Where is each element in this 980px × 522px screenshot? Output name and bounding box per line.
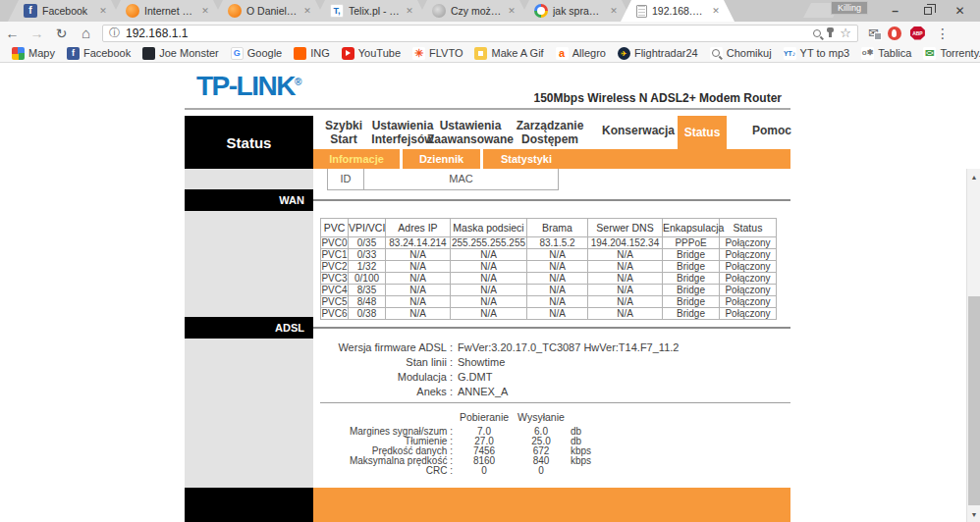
table-cell: Bridge (663, 261, 720, 273)
home-icon[interactable]: ⌂ (74, 25, 98, 41)
tab-danielakms[interactable]: O DanielAKMS - N (212, 0, 326, 22)
restore-button[interactable] (911, 0, 944, 22)
bookmark-ing[interactable]: ING (288, 44, 336, 63)
address-bar[interactable]: ⓘ 192.168.1.1 (102, 25, 858, 42)
table-cell: Bridge (663, 273, 720, 285)
tab-router-active[interactable]: 192.168.1.1 (621, 0, 735, 22)
nav-pomoc[interactable]: Pomoc (742, 124, 801, 137)
table-cell: CRC (327, 466, 453, 476)
bookmark-chomikuj[interactable]: Chomikuj (704, 44, 778, 63)
nav-zarzadzanie-dostepem[interactable]: Zarządzanie Dostępem (506, 119, 594, 147)
bookmark-mapy[interactable]: Mapy (6, 44, 61, 63)
table-row: PVC21/32N/AN/AN/AN/ABridgePołączony (321, 261, 777, 273)
subnav-dziennik[interactable]: Dziennik (403, 149, 480, 169)
section-label-adsl: ADSL (185, 317, 313, 339)
close-icon[interactable] (405, 6, 414, 16)
table-row: AneksANNEX_A (327, 385, 679, 399)
table-cell: N/A (451, 296, 527, 308)
table-row: PVC48/35N/AN/AN/AN/ABridgePołączony (321, 285, 777, 296)
table-cell: 83.24.14.214 (386, 237, 451, 249)
table-cell: Modulacja (327, 370, 453, 385)
url-text[interactable]: 192.168.1.1 (126, 26, 807, 40)
nav-status-active[interactable]: Status (678, 116, 727, 149)
forward-icon[interactable]: → (25, 26, 49, 41)
table-cell: FwVer:3.20.17.0_TC3087 HwVer:T14.F7_11.2 (453, 340, 679, 355)
table-cell: N/A (527, 296, 588, 308)
window-controls (879, 0, 976, 22)
close-icon[interactable] (609, 6, 619, 16)
scrollbar-thumb[interactable] (968, 296, 980, 505)
table-cell: 0/100 (349, 273, 386, 285)
table-cell: 0/35 (349, 237, 386, 249)
scroll-up-icon[interactable] (967, 169, 980, 184)
flvto-icon (412, 47, 425, 60)
nav-ustawienia-zaawansowane[interactable]: Ustawienia Zaawansowane (421, 119, 519, 147)
bookmark-joe-monster[interactable]: Joe Monster (136, 44, 225, 63)
table-row: PVC00/3583.24.14.214255.255.255.25583.1.… (321, 237, 777, 249)
column-header: Serwer DNS (588, 219, 663, 237)
tab-facebook[interactable]: Facebook (8, 0, 122, 22)
back-icon[interactable]: ← (0, 26, 25, 41)
bookmark-allegro[interactable]: Allegro (550, 44, 612, 63)
adsl-divider (313, 327, 790, 329)
adblock-plus-icon[interactable] (910, 26, 925, 40)
close-icon[interactable] (200, 6, 210, 16)
pin-icon[interactable] (829, 28, 832, 37)
table-cell: PVC4 (321, 285, 349, 296)
table-cell: Bridge (663, 308, 720, 320)
mail-extension-icon[interactable] (868, 26, 879, 39)
google-icon (534, 4, 548, 18)
table-cell: N/A (588, 308, 663, 320)
bookmark-tablica[interactable]: Tablica (855, 44, 917, 63)
overlay-badge: Killing (831, 1, 868, 15)
sidebar-bottom-block (185, 488, 313, 522)
scroll-down-icon[interactable] (967, 506, 980, 522)
table-row: CRC00 (327, 466, 616, 476)
tab-title: O DanielAKMS - N (246, 5, 298, 17)
table-row: PVC58/48N/AN/AN/AN/ABridgePołączony (321, 296, 777, 308)
bookmark-youtube[interactable]: YouTube (336, 44, 407, 63)
section-sidebar (185, 169, 313, 522)
close-icon[interactable] (302, 6, 312, 16)
table-cell: N/A (588, 296, 663, 308)
tab-czy-mozna[interactable]: Czy można popra (416, 0, 530, 22)
bookmark-make-a-gif[interactable]: Make A Gif (468, 44, 549, 63)
orange-site-icon (126, 4, 139, 18)
tab-title: Telix.pl - TELEFON (349, 5, 400, 17)
column-header: Maska podsieci (451, 219, 527, 237)
bookmark-torrenty[interactable]: Torrenty.to (917, 44, 980, 63)
tab-telix[interactable]: Telix.pl - TELEFON (314, 0, 428, 22)
tab-internet-stacjonarny[interactable]: Internet stacjonarn (110, 0, 224, 22)
bookmark-google[interactable]: Google (225, 44, 288, 63)
bookmark-facebook[interactable]: Facebook (61, 44, 136, 63)
bookmark-star-icon[interactable] (840, 26, 851, 39)
reload-icon[interactable]: ↻ (49, 26, 74, 41)
close-window-button[interactable] (944, 0, 976, 22)
close-icon[interactable] (98, 6, 108, 16)
table-cell: N/A (386, 261, 451, 273)
table-cell: N/A (386, 296, 451, 308)
tab-title: Internet stacjonarn (144, 5, 195, 17)
tab-google-search[interactable]: jak sprawdzic star (518, 0, 632, 22)
red-extension-icon[interactable] (888, 26, 901, 40)
subnav-statystyki[interactable]: Statystyki (483, 149, 570, 169)
tab-strip: Facebook Internet stacjonarn O DanielAKM… (8, 0, 723, 22)
close-icon[interactable] (507, 6, 517, 16)
column-header: ID (328, 169, 364, 189)
bookmark-flvto[interactable]: FLVTO (407, 44, 468, 63)
bookmark-flightradar24[interactable]: Flightradar24 (612, 44, 704, 63)
subnav-informacje[interactable]: Informacje (313, 149, 400, 169)
table-cell: 0 (453, 466, 516, 476)
table-cell: N/A (386, 285, 451, 296)
bookmark-yt-to-mp3[interactable]: YT to mp3 (778, 44, 856, 63)
table-cell: N/A (451, 261, 527, 273)
nav-konserwacja[interactable]: Konserwacja (599, 124, 678, 137)
content-scrollbar[interactable] (966, 169, 980, 522)
close-icon[interactable] (711, 6, 721, 16)
table-cell: Bridge (663, 296, 720, 308)
page-info-icon[interactable]: ⓘ (109, 26, 120, 40)
table-cell: 0 (516, 466, 567, 476)
minimize-button[interactable] (879, 0, 911, 22)
browser-menu-icon[interactable] (936, 26, 950, 41)
search-icon[interactable] (813, 29, 821, 37)
